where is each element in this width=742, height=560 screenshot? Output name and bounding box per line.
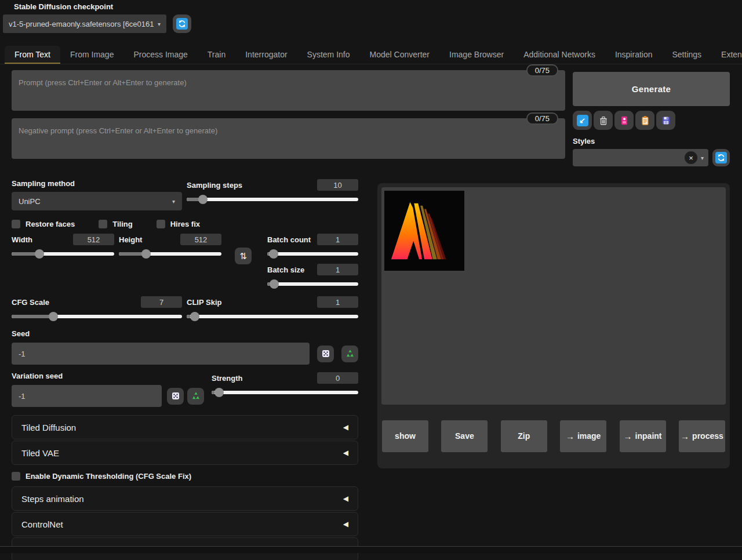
cfg-scale-label: CFG Scale (12, 298, 49, 307)
clear-prompt-button[interactable] (594, 111, 613, 130)
strength-slider[interactable] (212, 388, 358, 397)
checkbox-box[interactable] (99, 220, 107, 228)
slider-thumb[interactable] (190, 312, 199, 321)
batch-size-input[interactable] (317, 264, 358, 275)
tab-system-info[interactable]: System Info (297, 46, 360, 64)
send-to-inpaint-button[interactable]: →inpaint (620, 420, 666, 452)
accordion-tiled-vae[interactable]: Tiled VAE◀ (12, 441, 358, 465)
checkbox-box[interactable] (12, 472, 20, 481)
batch-count-input[interactable] (317, 234, 358, 245)
reuse-seed-button[interactable] (341, 346, 358, 362)
batch-count-slider[interactable] (267, 249, 358, 259)
swap-width-height-button[interactable]: ⇅ (235, 248, 252, 264)
slider-thumb[interactable] (49, 312, 58, 321)
cfg-scale-input[interactable] (141, 296, 182, 308)
tab-extensions[interactable]: Extensions (711, 46, 742, 64)
tab-from-image[interactable]: From Image (60, 46, 123, 64)
restore-faces-checkbox[interactable]: Restore faces (12, 220, 75, 228)
output-actions: showSaveZip→image→inpaint→process (381, 420, 726, 452)
tab-interrogator[interactable]: Interrogator (235, 46, 297, 64)
show-extra-networks-button[interactable] (614, 111, 634, 130)
button-label: inpaint (635, 431, 662, 441)
variation-seed-input[interactable] (12, 385, 162, 407)
tab-additional-networks[interactable]: Additional Networks (514, 46, 605, 64)
zip-button[interactable]: Zip (501, 420, 547, 452)
checkbox-box[interactable] (12, 220, 20, 228)
sampling-steps-input[interactable] (317, 179, 358, 191)
save-style-button[interactable] (656, 111, 675, 130)
tab-from-text[interactable]: From Text (5, 46, 60, 64)
checkpoint-value: v1-5-pruned-emaonly.safetensors [6ce0161… (9, 20, 154, 28)
collapsed-caret-icon: ◀ (343, 449, 348, 457)
trash-icon (598, 115, 609, 126)
save-button[interactable]: Save (441, 420, 488, 452)
seed-input[interactable] (12, 343, 310, 365)
random-seed-button[interactable] (317, 346, 334, 362)
sampling-steps-slider[interactable] (187, 195, 358, 204)
tab-inspiration[interactable]: Inspiration (605, 46, 663, 64)
tab-train[interactable]: Train (198, 46, 235, 64)
output-gallery[interactable] (381, 187, 726, 405)
accordion-label: Tiled VAE (21, 448, 59, 458)
reuse-variation-seed-button[interactable] (187, 388, 204, 405)
button-label: show (395, 431, 416, 441)
collapsed-caret-icon: ◀ (343, 520, 348, 528)
slider-thumb[interactable] (270, 279, 279, 289)
chevron-down-icon: ▾ (172, 198, 175, 205)
tab-settings[interactable]: Settings (663, 46, 712, 64)
height-slider[interactable] (119, 249, 221, 259)
slider-thumb[interactable] (269, 249, 278, 259)
accordion-controlnet[interactable]: ControlNet◀ (12, 512, 358, 536)
checkbox-box[interactable] (157, 220, 165, 228)
strength-input[interactable] (317, 372, 358, 384)
seed-label: Seed (12, 329, 358, 338)
swap-arrows-icon: ⇅ (239, 251, 247, 261)
refresh-styles-button[interactable] (712, 149, 730, 166)
clip-skip-input[interactable] (317, 296, 358, 308)
refresh-checkpoints-button[interactable] (173, 14, 191, 33)
height-input[interactable] (180, 234, 221, 245)
accordion-tiled-diffusion[interactable]: Tiled Diffusion◀ (12, 415, 358, 439)
gallery-image[interactable] (384, 190, 464, 271)
cfg-scale-slider[interactable] (12, 312, 182, 321)
dynamic-thresholding-label: Enable Dynamic Thresholding (CFG Scale F… (26, 472, 191, 481)
clear-styles-icon[interactable]: × (685, 151, 697, 164)
checkbox-label: Restore faces (26, 220, 75, 228)
slider-thumb[interactable] (141, 249, 151, 259)
sampling-steps-label: Sampling steps (187, 181, 242, 190)
dynamic-thresholding-checkbox[interactable]: Enable Dynamic Thresholding (CFG Scale F… (12, 472, 358, 481)
tiling-checkbox[interactable]: Tiling (99, 220, 132, 228)
arrow-down-left-icon: ↙ (577, 115, 588, 126)
slider-thumb[interactable] (198, 195, 208, 204)
checkpoint-select[interactable]: v1-5-pruned-emaonly.safetensors [6ce0161… (3, 14, 166, 33)
accordion-label: Tiled Diffusion (21, 423, 76, 432)
accordion-label: ControlNet (21, 519, 63, 529)
generate-button[interactable]: Generate (573, 72, 730, 106)
checkpoint-label: Stable Diffusion checkpoint (14, 2, 742, 11)
send-to-image-button[interactable]: →image (560, 420, 606, 452)
footer-divider (0, 546, 742, 553)
random-variation-seed-button[interactable] (167, 388, 184, 405)
generate-column: Generate ↙ (573, 64, 730, 166)
refresh-icon (176, 18, 188, 30)
collapsed-caret-icon: ◀ (343, 494, 348, 503)
slider-thumb[interactable] (214, 388, 224, 397)
tab-model-converter[interactable]: Model Converter (360, 46, 440, 64)
clip-skip-slider[interactable] (187, 312, 358, 321)
tab-process-image[interactable]: Process Image (123, 46, 197, 64)
styles-select[interactable]: × ▾ (573, 149, 708, 166)
width-input[interactable] (73, 234, 114, 245)
sampling-method-value: UniPC (19, 197, 169, 206)
prompt-column: 0/75 0/75 (12, 64, 565, 166)
paste-generation-parameters-button[interactable]: ↙ (573, 111, 592, 130)
send-to-process-button[interactable]: →process (679, 420, 725, 452)
accordion-steps-animation[interactable]: Steps animation◀ (12, 486, 358, 511)
batch-size-slider[interactable] (267, 279, 358, 289)
slider-thumb[interactable] (35, 249, 44, 259)
sampling-method-select[interactable]: UniPC ▾ (12, 192, 182, 210)
hires-fix-checkbox[interactable]: Hires fix (157, 220, 200, 228)
width-slider[interactable] (12, 249, 114, 259)
show-button[interactable]: show (382, 420, 428, 452)
tab-image-browser[interactable]: Image Browser (439, 46, 514, 64)
apply-selected-style-button[interactable] (635, 111, 654, 130)
